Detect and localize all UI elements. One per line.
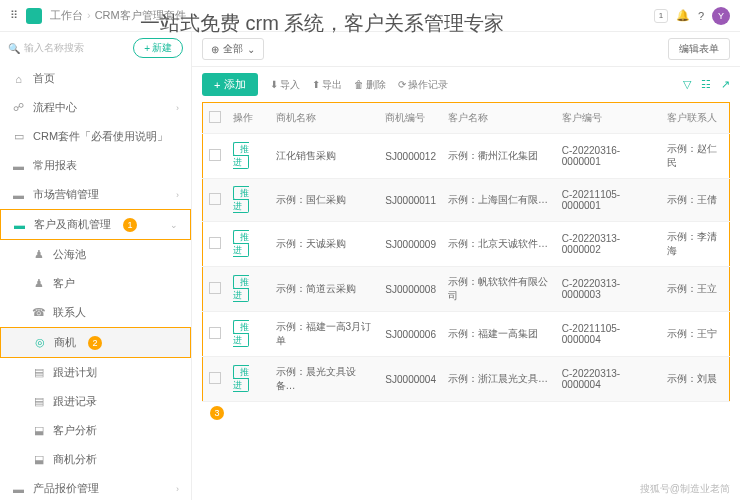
data-table: 操作 商机名称 商机编号 客户名称 客户编号 客户联系人 推进江化销售采购SJ0… bbox=[202, 102, 730, 402]
globe-icon: ⊕ bbox=[211, 44, 219, 55]
cell-name: 示例：国仁采购 bbox=[270, 179, 380, 222]
badge-1: 1 bbox=[123, 218, 137, 232]
row-checkbox[interactable] bbox=[209, 327, 221, 339]
columns-icon[interactable]: ☷ bbox=[701, 78, 711, 91]
push-button[interactable]: 推进 bbox=[233, 320, 249, 347]
cell-cust: 示例：福建一高集团 bbox=[442, 312, 556, 357]
nav-opportunity[interactable]: ◎商机2 bbox=[0, 327, 191, 358]
table-row[interactable]: 推进江化销售采购SJ0000012示例：衢州江化集团C-20220316-000… bbox=[203, 134, 730, 179]
cell-cust: 示例：北京天诚软件… bbox=[442, 222, 556, 267]
filter-button[interactable]: ⊕全部⌄ bbox=[202, 38, 264, 60]
cell-ccode: C-20211105-0000001 bbox=[556, 179, 661, 222]
chart-icon: ⬓ bbox=[32, 424, 45, 437]
cell-code: SJ0000006 bbox=[379, 312, 442, 357]
nav-kit[interactable]: ▭CRM套件「必看使用说明」 bbox=[0, 122, 191, 151]
row-checkbox[interactable] bbox=[209, 149, 221, 161]
sidebar: 🔍 输入名称搜索 + 新建 ⌂首页 ☍流程中心› ▭CRM套件「必看使用说明」 … bbox=[0, 32, 192, 500]
row-checkbox[interactable] bbox=[209, 372, 221, 384]
col-op: 操作 bbox=[227, 103, 270, 134]
user-icon: ♟ bbox=[32, 248, 45, 261]
table-row[interactable]: 推进示例：天诚采购SJ0000009示例：北京天诚软件…C-20220313-0… bbox=[203, 222, 730, 267]
new-button[interactable]: + 新建 bbox=[133, 38, 183, 58]
nav-customer[interactable]: ▬客户及商机管理1⌄ bbox=[0, 209, 191, 240]
list-icon: ▤ bbox=[32, 366, 45, 379]
checkbox-all[interactable] bbox=[203, 103, 228, 134]
col-cust[interactable]: 客户名称 bbox=[442, 103, 556, 134]
delete-button[interactable]: 🗑 删除 bbox=[354, 78, 386, 92]
ops-button[interactable]: ⟳ 操作记录 bbox=[398, 78, 448, 92]
nav-report[interactable]: ▬常用报表 bbox=[0, 151, 191, 180]
search-input[interactable]: 🔍 输入名称搜索 bbox=[8, 41, 127, 55]
list-icon: ▤ bbox=[32, 395, 45, 408]
home-icon: ⌂ bbox=[12, 72, 25, 85]
help-icon[interactable]: ? bbox=[698, 10, 704, 22]
folder-icon: ▬ bbox=[12, 159, 25, 172]
nav-analysis[interactable]: ⬓客户分析 bbox=[0, 416, 191, 445]
col-name[interactable]: 商机名称 bbox=[270, 103, 380, 134]
cell-ccode: C-20220313-0000003 bbox=[556, 267, 661, 312]
nav-sea[interactable]: ♟公海池 bbox=[0, 240, 191, 269]
table-row[interactable]: 推进示例：晨光文具设备…SJ0000004示例：浙江晨光文具…C-2022031… bbox=[203, 357, 730, 402]
nav-home[interactable]: ⌂首页 bbox=[0, 64, 191, 93]
badge-2: 2 bbox=[88, 336, 102, 350]
nav-market[interactable]: ▬市场营销管理› bbox=[0, 180, 191, 209]
chevron-down-icon: ⌄ bbox=[247, 44, 255, 55]
cell-ccode: C-20220316-0000001 bbox=[556, 134, 661, 179]
cell-ccode: C-20220313-0000002 bbox=[556, 222, 661, 267]
chevron-right-icon: › bbox=[176, 190, 179, 200]
nav-record[interactable]: ▤跟进记录 bbox=[0, 387, 191, 416]
doc-icon: ▭ bbox=[12, 130, 25, 143]
push-button[interactable]: 推进 bbox=[233, 365, 249, 392]
nav-flow[interactable]: ☍流程中心› bbox=[0, 93, 191, 122]
cell-contact: 示例：李清海 bbox=[661, 222, 730, 267]
nav-quote[interactable]: ▬产品报价管理› bbox=[0, 474, 191, 500]
import-button[interactable]: ⬇ 导入 bbox=[270, 78, 300, 92]
cell-code: SJ0000011 bbox=[379, 179, 442, 222]
bell-icon[interactable]: 🔔 bbox=[676, 9, 690, 22]
col-contact[interactable]: 客户联系人 bbox=[661, 103, 730, 134]
content: ⊕全部⌄ 编辑表单 + 添加 ⬇ 导入 ⬆ 导出 🗑 删除 ⟳ 操作记录 ▽ ☷… bbox=[192, 32, 740, 500]
col-code[interactable]: 商机编号 bbox=[379, 103, 442, 134]
cell-code: SJ0000012 bbox=[379, 134, 442, 179]
row-checkbox[interactable] bbox=[209, 193, 221, 205]
overlay-title: 一站式免费 crm 系统，客户关系管理专家 bbox=[140, 10, 504, 37]
target-icon: ◎ bbox=[33, 336, 46, 349]
cell-ccode: C-20220313-0000004 bbox=[556, 357, 661, 402]
table-row[interactable]: 推进示例：简道云采购SJ0000008示例：帆软软件有限公司C-20220313… bbox=[203, 267, 730, 312]
filter-icon[interactable]: ▽ bbox=[683, 78, 691, 91]
cell-cust: 示例：衢州江化集团 bbox=[442, 134, 556, 179]
row-checkbox[interactable] bbox=[209, 282, 221, 294]
push-button[interactable]: 推进 bbox=[233, 275, 249, 302]
badge-3: 3 bbox=[210, 406, 224, 420]
nav-oppan[interactable]: ⬓商机分析 bbox=[0, 445, 191, 474]
cell-name: 示例：简道云采购 bbox=[270, 267, 380, 312]
export-button[interactable]: ⬆ 导出 bbox=[312, 78, 342, 92]
nav-contacts[interactable]: ☎联系人 bbox=[0, 298, 191, 327]
chevron-right-icon: › bbox=[176, 103, 179, 113]
cell-code: SJ0000009 bbox=[379, 222, 442, 267]
folder-icon: ▬ bbox=[12, 482, 25, 495]
chevron-right-icon: › bbox=[176, 484, 179, 494]
apps-icon[interactable]: ⠿ bbox=[10, 9, 18, 22]
contact-icon: ☎ bbox=[32, 306, 45, 319]
search-icon: 🔍 bbox=[8, 43, 20, 54]
avatar[interactable]: Y bbox=[712, 7, 730, 25]
push-button[interactable]: 推进 bbox=[233, 142, 249, 169]
cell-contact: 示例：王倩 bbox=[661, 179, 730, 222]
folder-icon: ▬ bbox=[12, 188, 25, 201]
edit-form-button[interactable]: 编辑表单 bbox=[668, 38, 730, 60]
cell-cust: 示例：帆软软件有限公司 bbox=[442, 267, 556, 312]
nav-customers[interactable]: ♟客户 bbox=[0, 269, 191, 298]
add-button[interactable]: + 添加 bbox=[202, 73, 258, 96]
table-row[interactable]: 推进示例：国仁采购SJ0000011示例：上海国仁有限…C-20211105-0… bbox=[203, 179, 730, 222]
row-checkbox[interactable] bbox=[209, 237, 221, 249]
nav-plan[interactable]: ▤跟进计划 bbox=[0, 358, 191, 387]
share-icon[interactable]: ↗ bbox=[721, 78, 730, 91]
table-row[interactable]: 推进示例：福建一高3月订单SJ0000006示例：福建一高集团C-2021110… bbox=[203, 312, 730, 357]
flow-icon: ☍ bbox=[12, 101, 25, 114]
cell-cust: 示例：浙江晨光文具… bbox=[442, 357, 556, 402]
push-button[interactable]: 推进 bbox=[233, 186, 249, 213]
col-ccode[interactable]: 客户编号 bbox=[556, 103, 661, 134]
push-button[interactable]: 推进 bbox=[233, 230, 249, 257]
notif-badge[interactable]: 1 bbox=[654, 9, 668, 23]
